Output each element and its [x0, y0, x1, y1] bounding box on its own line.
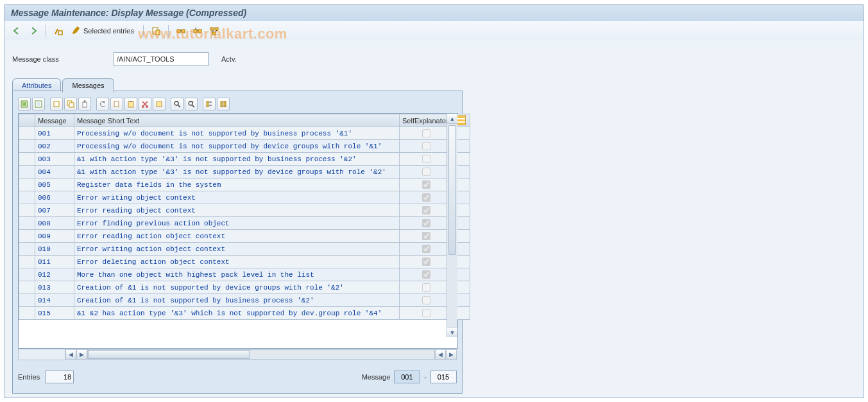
- cell-message-text[interactable]: Error reading object context: [74, 204, 400, 217]
- cell-message-number[interactable]: 014: [35, 294, 74, 307]
- col-header-short-text[interactable]: Message Short Text: [74, 114, 400, 127]
- table-row[interactable]: 012More than one object with highest pac…: [19, 268, 470, 281]
- row-selector[interactable]: [19, 191, 35, 204]
- select-all-button[interactable]: [18, 98, 31, 110]
- cell-message-number[interactable]: 002: [35, 140, 74, 153]
- table-row[interactable]: 002Processing w/o document is not suppor…: [19, 140, 470, 153]
- paste-button[interactable]: [124, 98, 137, 110]
- cell-self-explanatory[interactable]: [400, 256, 453, 268]
- table-row[interactable]: 004&1 with action type '&3' is not suppo…: [19, 166, 470, 179]
- new-entries-button[interactable]: [50, 98, 63, 110]
- hscroll-left-end[interactable]: ◀: [435, 349, 446, 360]
- cell-message-text[interactable]: Error writing action object context: [74, 243, 400, 256]
- cell-self-explanatory[interactable]: [400, 166, 453, 179]
- row-selector[interactable]: [19, 294, 35, 307]
- hscroll-thumb[interactable]: [88, 350, 250, 359]
- message-class-input[interactable]: [114, 52, 208, 66]
- cell-self-explanatory[interactable]: [400, 268, 453, 281]
- cell-self-explanatory[interactable]: [400, 140, 453, 153]
- table-row[interactable]: 010Error writing action object context: [19, 243, 470, 256]
- cell-message-text[interactable]: Creation of &1 is not supported by devic…: [74, 281, 400, 294]
- row-selector[interactable]: [19, 179, 35, 191]
- table-row[interactable]: 006Error writing object context: [19, 191, 470, 204]
- deselect-all-button[interactable]: [32, 98, 45, 110]
- cell-self-explanatory[interactable]: [400, 294, 453, 307]
- row-selector[interactable]: [19, 140, 35, 153]
- table-row[interactable]: 001Processing w/o document is not suppor…: [19, 127, 470, 140]
- cell-message-text[interactable]: &1 with action type '&3' is not supporte…: [74, 153, 400, 166]
- cell-self-explanatory[interactable]: [400, 191, 453, 204]
- copy-button[interactable]: [110, 98, 123, 110]
- row-selector[interactable]: [19, 153, 35, 166]
- cut-button[interactable]: [139, 98, 151, 110]
- long-text-button[interactable]: [149, 24, 163, 38]
- cell-message-number[interactable]: 006: [35, 191, 74, 204]
- cell-self-explanatory[interactable]: [400, 179, 453, 191]
- next-group-button[interactable]: [174, 24, 188, 38]
- row-selector[interactable]: [19, 307, 35, 320]
- prev-group-button[interactable]: [191, 24, 205, 38]
- hscroll-right[interactable]: ▶: [76, 349, 87, 360]
- cell-message-text[interactable]: Error reading action object context: [74, 230, 400, 243]
- forward-button[interactable]: [26, 24, 40, 38]
- row-selector[interactable]: [19, 281, 35, 294]
- cell-message-number[interactable]: 015: [35, 307, 74, 320]
- back-button[interactable]: [10, 24, 24, 38]
- scroll-thumb[interactable]: [448, 125, 456, 255]
- cell-message-text[interactable]: Error writing object context: [74, 191, 400, 204]
- row-selector[interactable]: [19, 204, 35, 217]
- row-selector[interactable]: [19, 127, 35, 140]
- copy-entries-button[interactable]: [64, 98, 77, 110]
- cell-message-text[interactable]: Processing w/o document is not supported…: [74, 140, 400, 153]
- copy-clipboard-button[interactable]: [153, 98, 166, 110]
- col-header-self-explanatory[interactable]: SelfExplanatory: [400, 114, 453, 127]
- cell-message-number[interactable]: 009: [35, 230, 74, 243]
- find-button[interactable]: [171, 98, 183, 110]
- row-selector[interactable]: [19, 166, 35, 179]
- row-selector[interactable]: [19, 256, 35, 268]
- hscroll-right-end[interactable]: ▶: [446, 349, 457, 360]
- where-used-button[interactable]: [207, 24, 221, 38]
- cell-self-explanatory[interactable]: [400, 127, 453, 140]
- cell-message-number[interactable]: 001: [35, 127, 74, 140]
- scroll-down-icon[interactable]: ▼: [447, 327, 457, 337]
- cell-message-text[interactable]: Register data fields in the system: [74, 179, 400, 191]
- vertical-scrollbar[interactable]: ▲ ▼: [447, 114, 457, 337]
- cell-message-text[interactable]: &1 &2 has action type '&3' which is not …: [74, 307, 400, 320]
- cell-self-explanatory[interactable]: [400, 204, 453, 217]
- table-row[interactable]: 013Creation of &1 is not supported by de…: [19, 281, 470, 294]
- table-row[interactable]: 005Register data fields in the system: [19, 179, 470, 191]
- col-header-message[interactable]: Message: [35, 114, 74, 127]
- cell-message-number[interactable]: 003: [35, 153, 74, 166]
- cell-message-number[interactable]: 012: [35, 268, 74, 281]
- collapse-button[interactable]: [217, 98, 230, 110]
- row-selector[interactable]: [19, 230, 35, 243]
- hscroll-track[interactable]: [87, 349, 435, 360]
- cell-message-text[interactable]: Creation of &1 is not supported by busin…: [74, 294, 400, 307]
- delete-button[interactable]: [78, 98, 91, 110]
- row-selector[interactable]: [19, 217, 35, 230]
- cell-message-text[interactable]: More than one object with highest pack l…: [74, 268, 400, 281]
- table-row[interactable]: 011Error deleting action object context: [19, 256, 470, 268]
- cell-message-number[interactable]: 004: [35, 166, 74, 179]
- tab-messages[interactable]: Messages: [62, 78, 114, 92]
- table-row[interactable]: 014Creation of &1 is not supported by bu…: [19, 294, 470, 307]
- table-row[interactable]: 015&1 &2 has action type '&3' which is n…: [19, 307, 470, 320]
- cell-message-text[interactable]: &1 with action type '&3' is not supporte…: [74, 166, 400, 179]
- display-change-button[interactable]: [51, 24, 65, 38]
- scroll-up-icon[interactable]: ▲: [447, 114, 457, 124]
- table-row[interactable]: 009Error reading action object context: [19, 230, 470, 243]
- hscroll-left[interactable]: ◀: [65, 349, 76, 360]
- table-row[interactable]: 003&1 with action type '&3' is not suppo…: [19, 153, 470, 166]
- cell-self-explanatory[interactable]: [400, 230, 453, 243]
- cell-message-text[interactable]: Error finding previous action object: [74, 217, 400, 230]
- cell-self-explanatory[interactable]: [400, 217, 453, 230]
- cell-self-explanatory[interactable]: [400, 153, 453, 166]
- row-selector[interactable]: [19, 268, 35, 281]
- cell-message-text[interactable]: Error deleting action object context: [74, 256, 400, 268]
- table-row[interactable]: 008Error finding previous action object: [19, 217, 470, 230]
- cell-self-explanatory[interactable]: [400, 281, 453, 294]
- tab-attributes[interactable]: Attributes: [12, 78, 61, 92]
- cell-message-number[interactable]: 008: [35, 217, 74, 230]
- cell-self-explanatory[interactable]: [400, 243, 453, 256]
